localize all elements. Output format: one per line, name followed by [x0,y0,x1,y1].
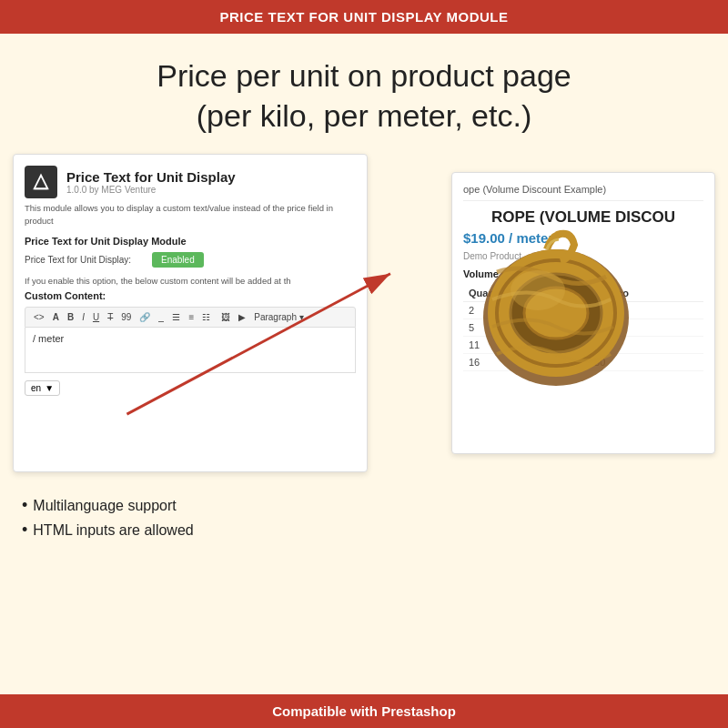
toolbar-italic[interactable]: I [79,311,87,323]
admin-header: Price Text for Unit Display 1.0.0 by MEG… [25,166,356,198]
hero-line: Price per unit on product page(per kilo,… [157,58,571,133]
svg-point-7 [511,270,565,310]
toolbar-quote[interactable]: 99 [118,311,134,323]
lang-dropdown[interactable]: en ▼ [25,380,60,396]
bullet-icon: • [22,521,27,540]
custom-content-label: Custom Content: [25,290,356,301]
module-icon [31,172,51,192]
toolbar-strikethrough[interactable]: T [105,311,116,323]
toolbar-bold[interactable]: A [50,311,62,323]
toolbar-align[interactable]: ⎯ [156,311,167,323]
toolbar-indent[interactable]: ≡ [186,311,197,323]
toolbar-underline[interactable]: U [90,311,102,323]
editor-text: / meter [33,333,64,344]
rope-svg [470,227,642,399]
toolbar-paragraph[interactable]: Paragraph ▾ [251,311,306,323]
admin-module-subtitle: 1.0.0 by MEG Venture [66,185,236,195]
screenshots-area: Price Text for Unit Display 1.0.0 by MEG… [13,154,715,481]
admin-section-title: Price Text for Unit Display Module [25,236,356,247]
toolbar-img[interactable]: 🖼 [218,311,233,323]
toolbar-media[interactable]: ▶ [236,311,248,323]
chevron-down-icon: ▼ [45,383,54,393]
hero-text: Price per unit on product page(per kilo,… [0,34,728,154]
custom-content-note: If you enable this option, the below cus… [25,275,356,287]
product-tab-label: ope (Volume Discount Example) [463,184,703,201]
rope-illustration [470,227,642,399]
editor-content[interactable]: / meter [25,328,356,373]
bottom-banner-text: Compatible with Prestashop [272,703,456,719]
top-banner-text: PRICE TEXT FOR UNIT DISPLAY MODULE [219,9,508,25]
admin-description: This module allows you to display a cust… [25,202,356,227]
editor-toolbar: <> A B I U T 99 🔗 ⎯ ☰ ≡ ☷ 🖼 ▶ Paragraph … [25,307,356,328]
lang-value: en [31,383,41,393]
lang-selector-row: en ▼ [25,380,356,396]
admin-title-block: Price Text for Unit Display 1.0.0 by MEG… [66,169,236,195]
enabled-button[interactable]: Enabled [152,252,204,268]
field-label: Price Text for Unit Display: [25,255,143,265]
admin-logo [25,166,57,198]
toolbar-table[interactable]: ☷ [199,311,213,323]
bottom-banner: Compatible with Prestashop [0,694,728,728]
svg-marker-0 [35,176,48,189]
admin-module-title: Price Text for Unit Display [66,169,236,185]
toolbar-link[interactable]: 🔗 [136,311,153,323]
toolbar-bold-b[interactable]: B [65,311,76,323]
features-section: •Multilanguage support•HTML inputs are a… [0,481,728,554]
admin-field-row: Price Text for Unit Display: Enabled [25,252,356,268]
feature-item: •Multilanguage support [22,496,706,515]
admin-panel: Price Text for Unit Display 1.0.0 by MEG… [13,154,368,472]
toolbar-code[interactable]: <> [31,311,47,323]
product-name: ROPE (VOLUME DISCOU [463,208,703,227]
feature-text: Multilanguage support [33,498,176,514]
bullet-icon: • [22,496,27,515]
feature-item: •HTML inputs are allowed [22,521,706,540]
toolbar-list[interactable]: ☰ [169,311,183,323]
feature-text: HTML inputs are allowed [33,522,193,539]
top-banner: PRICE TEXT FOR UNIT DISPLAY MODULE [0,0,728,34]
